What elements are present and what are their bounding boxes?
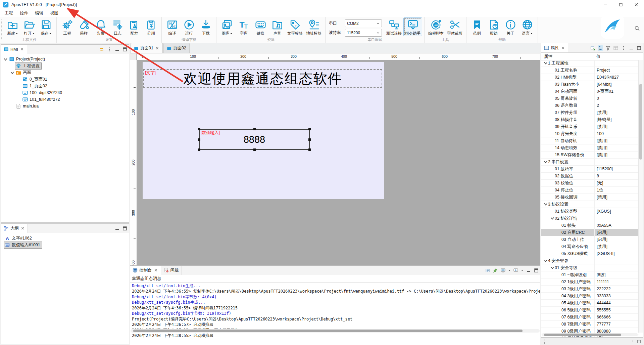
maximize-window-button[interactable] — [613, 0, 629, 9]
resize-handle-s[interactable] — [253, 148, 256, 151]
resize-handle-nw[interactable] — [198, 128, 200, 130]
open-console-icon[interactable] — [513, 268, 518, 273]
tree-item[interactable]: Project(Project) — [1, 56, 129, 62]
chevron-down-icon[interactable] — [3, 57, 8, 61]
property-row[interactable]: 03 校验位[无] — [541, 180, 639, 187]
table-mode-icon[interactable] — [613, 45, 618, 51]
editor-tab-页面01[interactable]: 页面01 — [131, 43, 163, 53]
toolbar-button-language[interactable]: 语言 — [519, 17, 536, 36]
property-row[interactable]: 4.安全登录 — [541, 257, 639, 264]
property-row[interactable]: 05 接收回调[禁用] — [541, 194, 639, 201]
maximize-panel-icon[interactable] — [122, 226, 128, 231]
tree-mode-icon[interactable] — [598, 45, 603, 51]
close-window-button[interactable] — [629, 0, 644, 9]
tab-hmi[interactable]: HMI — [1, 45, 27, 54]
property-row[interactable]: 11 自动待机[禁用] — [541, 137, 639, 144]
minimize-panel-icon[interactable] — [526, 268, 531, 273]
serial-port-select[interactable]: COM2 — [345, 19, 382, 27]
tree-item[interactable]: main.lua — [1, 103, 129, 110]
toolbar-button-font-crop[interactable]: 字体裁剪 — [445, 17, 464, 36]
view-menu-icon[interactable] — [621, 45, 626, 51]
toolbar-button-installment[interactable]: 分期 — [143, 17, 159, 36]
clear-console-icon[interactable] — [485, 268, 490, 273]
outline-node[interactable]: A文字#1062 — [4, 235, 34, 242]
tree-item[interactable]: 工程设置 — [1, 62, 129, 69]
toolbar-button-recipe[interactable]: 配方 — [126, 17, 143, 36]
tree-node[interactable]: 0_页面01 — [21, 76, 49, 83]
resize-handle-w[interactable] — [198, 138, 200, 141]
tree-item[interactable]: 画面 — [1, 69, 129, 76]
caret-down-icon[interactable] — [508, 269, 511, 272]
property-row[interactable]: 03 Flash大小[64Mbit] — [541, 81, 639, 88]
property-row[interactable]: 1.工程属性 — [541, 60, 639, 67]
properties-vertical-scrollbar[interactable] — [638, 60, 643, 333]
tree-node[interactable]: Project(Project) — [8, 56, 47, 62]
tab-properties[interactable]: 属性 — [541, 43, 568, 52]
resize-handle-e[interactable] — [308, 138, 311, 141]
caret-down-icon[interactable] — [521, 269, 524, 272]
close-tab-icon[interactable] — [155, 46, 159, 50]
toolbar-button-download[interactable]: 下载 — [197, 17, 214, 36]
chevron-down-icon[interactable] — [550, 216, 555, 221]
toolbar-button-test-connection[interactable]: 测试连接 — [385, 17, 403, 36]
tree-item[interactable]: 100_digit320*240 — [1, 89, 129, 96]
baud-rate-select[interactable]: 115200 — [345, 29, 382, 37]
outline-item[interactable]: 123数值输入#1091 — [1, 242, 129, 248]
property-row[interactable]: 01 安全等级 — [541, 264, 639, 271]
toolbar-button-font-library[interactable]: TT字库 — [235, 17, 252, 36]
design-page[interactable]: [文字] 欢迎使用鑫通态组态软件 [数值输入] 8888 — [143, 62, 384, 199]
minimize-window-button[interactable] — [598, 0, 613, 9]
property-row[interactable]: 02 数据位8 — [541, 173, 639, 180]
tree-node[interactable]: 工程设置 — [15, 62, 42, 70]
property-row[interactable]: 10 背光亮度100 — [541, 130, 639, 137]
toolbar-button-lua-script[interactable]: Lua编程脚本 — [427, 17, 445, 36]
property-row[interactable]: 08 触摸伴音[蜂鸣器] — [541, 116, 639, 123]
resize-handle-sw[interactable] — [198, 148, 200, 151]
tree-item[interactable]: 0_页面01 — [1, 76, 129, 83]
property-row[interactable]: 01 协议类型[XGUS] — [541, 208, 639, 215]
chevron-down-icon[interactable] — [543, 61, 548, 66]
toolbar-drag-handle[interactable] — [1, 19, 2, 40]
maximize-panel-icon[interactable] — [122, 47, 128, 52]
property-row[interactable]: 01 ~选择级别[8级] — [541, 271, 639, 278]
property-row[interactable]: 01 工程名称Project — [541, 67, 639, 74]
menu-item-视图[interactable]: 视图 — [47, 9, 62, 17]
close-tab-icon[interactable] — [154, 268, 158, 272]
property-row[interactable]: 02 1级用户密码111111 — [541, 278, 639, 286]
console-horizontal-scrollbar[interactable] — [131, 329, 540, 333]
display-console-icon[interactable] — [500, 268, 506, 273]
toolbar-button-address-label[interactable]: 地址标签 — [304, 17, 323, 36]
property-row[interactable]: 2.串口设置 — [541, 159, 639, 166]
toolbar-button-text-label[interactable]: T文字标签 — [286, 17, 304, 36]
property-row[interactable]: 01 帧头0xA55A — [541, 222, 639, 229]
chevron-down-icon[interactable] — [550, 266, 555, 270]
property-row[interactable]: 07 控件分组[禁用] — [541, 109, 639, 116]
panel-drag-handle[interactable] — [544, 340, 545, 344]
property-row[interactable]: 14 动态特效[禁用] — [541, 144, 639, 152]
chevron-down-icon[interactable] — [10, 71, 15, 75]
minimize-panel-icon[interactable] — [629, 45, 634, 51]
tree-node[interactable]: 101_full480*272 — [21, 96, 62, 103]
toolbar-button-project-settings[interactable]: 工程 — [59, 17, 76, 36]
canvas-viewport[interactable]: [文字] 欢迎使用鑫通态组态软件 [数值输入] 8888 — [137, 60, 540, 265]
text-widget[interactable]: [文字] 欢迎使用鑫通态组态软件 — [143, 69, 382, 88]
property-row[interactable]: 02 启用CRC[启用] — [541, 229, 639, 236]
editor-tab-页面02[interactable]: 页面02 — [163, 43, 190, 53]
scrollbar-thumb[interactable] — [639, 84, 642, 160]
toolbar-button-about[interactable]: 关于 — [502, 17, 519, 36]
minimize-panel-icon[interactable] — [114, 47, 120, 52]
property-row[interactable]: 03 自动上传[启用] — [541, 236, 639, 243]
property-row[interactable]: 05 XGUS模式[XGUS-II] — [541, 250, 639, 257]
resize-handle-ne[interactable] — [308, 128, 311, 130]
maximize-panel-icon[interactable] — [534, 268, 539, 273]
tree-node[interactable]: 100_digit320*240 — [21, 89, 64, 96]
toolbar-button-examples[interactable]: 范例 — [468, 17, 485, 36]
link-editor-icon[interactable] — [99, 47, 104, 52]
maximize-panel-icon[interactable] — [636, 45, 642, 51]
property-row[interactable]: 02 协议详情 — [541, 215, 639, 222]
menu-item-工程[interactable]: 工程 — [1, 9, 16, 17]
tree-node[interactable]: 1_页面02 — [21, 83, 49, 90]
resize-handle-n[interactable] — [253, 128, 256, 130]
toolbar-button-command-helper[interactable]: 指令助手 — [403, 17, 422, 36]
property-row[interactable]: 05 屏幕旋转0 — [541, 95, 639, 102]
